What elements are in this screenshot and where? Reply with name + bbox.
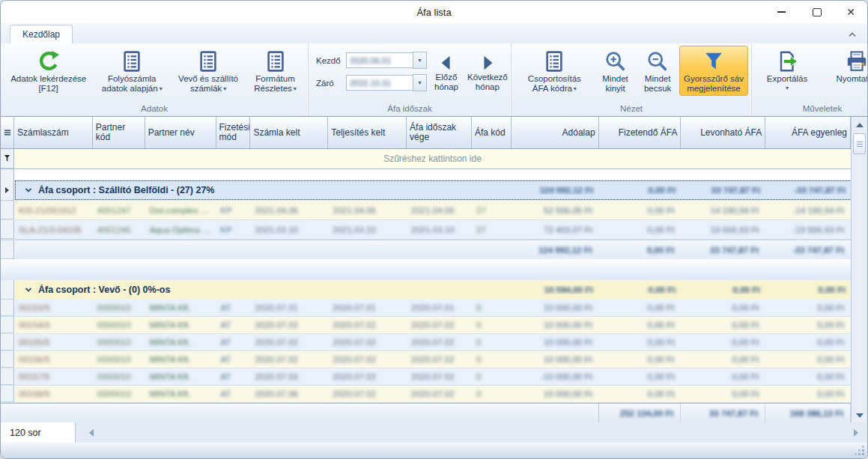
- column-header-3[interactable]: Fizetési mód: [216, 117, 251, 148]
- start-date-field[interactable]: 2020.06.01: [346, 52, 413, 68]
- cell: 2021.04.06: [407, 201, 472, 219]
- column-header-0[interactable]: Számlaszám: [14, 117, 93, 148]
- column-header-7[interactable]: Áfa kód: [472, 117, 512, 148]
- cell: MINTA Kft.: [145, 351, 216, 368]
- column-header-11[interactable]: ÁFA egyenleg: [765, 117, 851, 148]
- grid-body: Áfa csoport : Szállító Belföldi - (27) 2…: [1, 180, 851, 403]
- table-row[interactable]: 00155/50000010MINTA Kft.AT2020.07.022020…: [1, 334, 851, 351]
- cell: 2020.07.02: [328, 351, 407, 368]
- row-indicator: [1, 220, 14, 239]
- row-indicator: [1, 280, 14, 300]
- table-row[interactable]: SLA-21/3-041054001246Aqua Optima …KP2021…: [1, 220, 851, 240]
- column-header-9[interactable]: Fizetendő ÁFA: [599, 117, 682, 148]
- previous-month-button[interactable]: Előző hónap: [430, 46, 463, 94]
- scroll-left-button[interactable]: [85, 422, 98, 443]
- start-date-label: Kezdő: [316, 56, 346, 65]
- row-indicator: [1, 351, 14, 368]
- cell: 10 000,00 Ft: [512, 300, 599, 316]
- cell: 2020.07.02: [250, 317, 328, 333]
- column-header-2[interactable]: Partner név: [145, 117, 216, 148]
- maximize-button[interactable]: [802, 1, 832, 23]
- end-date-field[interactable]: 2022.10.31: [346, 75, 413, 91]
- dropdown-caret-icon: ▾: [223, 84, 226, 94]
- next-month-button[interactable]: Következő hónap: [463, 46, 512, 94]
- button-label: Folyószámla adatok alapján▾: [97, 74, 166, 94]
- cell: 2020.07.01: [328, 300, 407, 316]
- grid-header: SzámlaszámPartner kódPartner névFizetési…: [1, 117, 851, 149]
- column-header-label: ÁFA egyenleg: [792, 128, 847, 138]
- group-subtotal-row: 124 992,12 Ft0,00 Ft33 747,87 Ft-33 747,…: [1, 240, 851, 259]
- cell: Dot-complex …: [145, 201, 216, 219]
- group-by-vat-code-button[interactable]: Csoportosítás ÁFA kódra▾: [515, 46, 595, 96]
- horizontal-scrollbar[interactable]: 120 sor: [1, 422, 867, 443]
- cell: 0,00 Ft: [599, 334, 682, 350]
- cell: 0: [472, 351, 512, 368]
- tab-kezdolap[interactable]: Kezdőlap: [10, 25, 73, 43]
- filter-row[interactable]: Szűréshez kattintson ide: [1, 149, 851, 169]
- column-header-label: Áfa kód: [475, 128, 506, 138]
- group-row[interactable]: Áfa csoport : Vevő - (0) 0%-os10 594,00 …: [1, 280, 851, 300]
- vevo-szallito-button[interactable]: Vevő és szállító számlák▾: [171, 46, 246, 96]
- scroll-up-button[interactable]: [852, 118, 867, 132]
- table-row[interactable]: 00158/50000010MINTA Kft.AT2020.07.062020…: [1, 386, 851, 403]
- button-label: Mindet kinyit: [599, 74, 632, 94]
- cell: 0,00 Ft: [599, 351, 682, 368]
- row-indicator: [1, 317, 14, 333]
- minimize-button[interactable]: [766, 1, 796, 23]
- resize-grip[interactable]: [862, 453, 864, 455]
- column-header-label: Számla kelt: [253, 128, 300, 138]
- vertical-scrollbar-thumb[interactable]: [853, 133, 866, 154]
- group-content: Áfa csoport : Szállító Belföldi - (27) 2…: [14, 180, 852, 201]
- zoom-out-icon: [646, 50, 669, 73]
- quick-filter-toggle-button[interactable]: Gyorsszűrő sáv megjelenítése: [679, 46, 748, 96]
- cell: AT: [216, 334, 251, 350]
- collapse-ribbon-icon[interactable]: [846, 28, 858, 40]
- table-row[interactable]: 00157/50000010MINTA Kft.AT2020.07.032020…: [1, 368, 851, 386]
- cell: 2020.07.03: [250, 368, 328, 385]
- footer-total-cell: 33 747,87 Ft: [681, 404, 765, 423]
- column-header-4[interactable]: Számla kelt: [250, 117, 328, 148]
- collapse-all-button[interactable]: Mindet becsuk: [636, 46, 679, 96]
- cell: 0,00 Ft: [765, 300, 851, 316]
- cell: KP: [216, 201, 251, 219]
- export-button[interactable]: Exportálás ▾: [755, 46, 819, 94]
- table-row[interactable]: 00154/50000010MINTA Kft.AT2020.07.022020…: [1, 317, 851, 334]
- column-header-6[interactable]: Áfa időszak vége: [407, 117, 472, 148]
- column-header-10[interactable]: Levonható ÁFA: [681, 117, 765, 148]
- button-label: Csoportosítás ÁFA kódra▾: [519, 74, 590, 94]
- scroll-right-button[interactable]: [849, 422, 863, 443]
- cell: 10 000,00 Ft: [512, 386, 599, 402]
- button-label: Mindet becsuk: [640, 74, 675, 94]
- cell: MINTA Kft.: [145, 334, 216, 350]
- column-header-8[interactable]: Adóalap: [512, 117, 599, 148]
- formatum-button[interactable]: Formátum Részletes▾: [246, 46, 305, 96]
- column-header-1[interactable]: Partner kód: [93, 117, 145, 148]
- table-row[interactable]: 00153/50000010MINTA Kft.AT2020.07.012020…: [1, 300, 851, 317]
- folyoszamla-button[interactable]: Folyószámla adatok alapján▾: [93, 46, 171, 96]
- cell: 0,00 Ft: [681, 334, 765, 350]
- expand-all-button[interactable]: Mindet kinyit: [595, 46, 637, 96]
- refresh-data-button[interactable]: Adatok lekérdezése [F12]: [4, 46, 93, 96]
- cell: MINTA Kft.: [145, 300, 216, 316]
- scroll-down-button[interactable]: [852, 408, 867, 422]
- column-header-5[interactable]: Teljesítés kelt: [328, 117, 407, 148]
- group-gap-band: [1, 259, 851, 280]
- print-button[interactable]: Nyomtatás: [824, 46, 868, 86]
- grid-customize-cell[interactable]: [1, 117, 14, 148]
- cell: AT: [216, 351, 251, 368]
- cell: 19 556,93 Ft: [681, 220, 765, 239]
- arrow-right-icon: [479, 55, 496, 71]
- cell: 4001247: [93, 201, 145, 219]
- cell: 0: [472, 368, 512, 385]
- table-row[interactable]: 00156/50000010MINTA Kft.AT2020.07.022020…: [1, 351, 851, 368]
- vertical-scrollbar[interactable]: [851, 117, 867, 423]
- start-date-dropdown-button[interactable]: ▾: [413, 52, 427, 69]
- cell: 14 190,94 Ft: [681, 201, 765, 219]
- group-row[interactable]: Áfa csoport : Szállító Belföldi - (27) 2…: [1, 180, 851, 201]
- dropdown-caret-icon: ▾: [160, 84, 163, 94]
- end-date-dropdown-button[interactable]: ▾: [413, 74, 427, 91]
- cell: 0,00 Ft: [765, 386, 851, 402]
- app-window: Áfa lista ✕ Kezdőlap Adatok lekérdezése …: [0, 0, 868, 459]
- table-row[interactable]: KIS-21/0519124001247Dot-complex …KP2021.…: [1, 201, 851, 220]
- close-button[interactable]: ✕: [836, 1, 866, 23]
